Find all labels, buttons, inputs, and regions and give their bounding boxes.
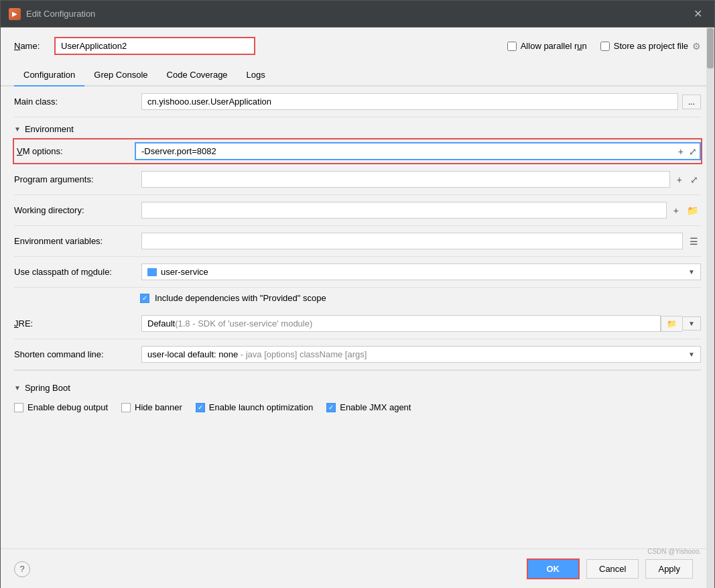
main-class-browse-button[interactable]: ... xyxy=(682,95,701,109)
app-icon: ▶ xyxy=(9,8,21,20)
main-class-row: Main class: ... xyxy=(14,86,701,117)
form-area: Main class: ... ▼ Environment VM options… xyxy=(1,86,714,418)
working-dir-input[interactable] xyxy=(141,202,667,219)
shorten-cmd-row: Shorten command line: user-local default… xyxy=(14,339,701,370)
dialog-title: Edit Configuration xyxy=(26,9,684,19)
jre-browse-button[interactable]: 📁 xyxy=(661,316,682,332)
shorten-cmd-value: user-local default: none - java [options… xyxy=(147,349,367,359)
working-dir-label: Working directory: xyxy=(14,205,135,215)
spring-boot-options: Enable debug output Hide banner ✓ Enable… xyxy=(14,397,701,418)
hide-banner-label: Hide banner xyxy=(135,402,182,412)
vm-options-fullscreen-button[interactable]: ⤢ xyxy=(686,145,700,158)
hide-banner-checkbox[interactable] xyxy=(121,403,131,412)
include-deps-row: ✓ Include dependencies with "Provided" s… xyxy=(14,288,701,308)
working-dir-actions: + 📁 xyxy=(671,204,701,217)
tab-code-coverage[interactable]: Code Coverage xyxy=(157,64,237,86)
program-args-input[interactable] xyxy=(141,171,670,188)
shorten-cmd-hint: - java [options] className [args] xyxy=(241,349,367,359)
env-vars-edit-button[interactable]: ☰ xyxy=(687,235,701,248)
program-args-label: Program arguments: xyxy=(14,174,135,184)
allow-parallel-run-label: Allow parallel run xyxy=(521,41,587,51)
working-dir-row: Working directory: + 📁 xyxy=(14,195,701,226)
enable-launch-label: Enable launch optimization xyxy=(209,402,313,412)
classpath-value: user-service xyxy=(161,267,208,277)
main-content: Name: Allow parallel run Store as projec… xyxy=(1,27,714,588)
environment-collapse-icon[interactable]: ▼ xyxy=(14,125,21,133)
jre-display: Default (1.8 - SDK of 'user-service' mod… xyxy=(141,315,661,332)
env-vars-input-wrapper: ☰ xyxy=(141,233,701,249)
env-vars-label: Environment variables: xyxy=(14,236,135,246)
name-input[interactable] xyxy=(54,37,255,55)
store-as-project-file-checkbox[interactable] xyxy=(600,42,610,51)
shorten-cmd-label: Shorten command line: xyxy=(14,349,135,359)
gear-icon[interactable]: ⚙ xyxy=(692,41,701,52)
jre-row: JRE: Default (1.8 - SDK of 'user-service… xyxy=(14,308,701,339)
jre-input-wrapper: Default (1.8 - SDK of 'user-service' mod… xyxy=(141,315,701,332)
spring-boot-section: ▼ Spring Boot Enable debug output Hide b… xyxy=(14,370,701,418)
environment-section-label: Environment xyxy=(25,124,74,134)
enable-jmx-checkbox[interactable]: ✓ xyxy=(326,403,336,412)
main-class-input[interactable] xyxy=(141,93,678,110)
working-dir-input-wrapper: + 📁 xyxy=(141,202,701,219)
program-args-add-button[interactable]: + xyxy=(674,173,685,186)
spring-boot-section-header: ▼ Spring Boot xyxy=(14,376,701,397)
hide-banner-option: Hide banner xyxy=(121,402,182,412)
main-class-label: Main class: xyxy=(14,97,135,107)
enable-debug-checkbox[interactable] xyxy=(14,403,23,412)
enable-jmx-option: ✓ Enable JMX agent xyxy=(326,402,411,412)
module-color-icon xyxy=(147,268,157,276)
program-args-actions: + ⤢ xyxy=(674,173,701,186)
program-args-row: Program arguments: + ⤢ xyxy=(14,164,701,195)
include-deps-checkbox[interactable]: ✓ xyxy=(140,294,149,303)
vm-options-input-wrapper: + ⤢ xyxy=(135,142,701,160)
footer: ? OK Cancel Apply xyxy=(1,548,706,588)
apply-button[interactable]: Apply xyxy=(645,559,693,579)
jre-hint: (1.8 - SDK of 'user-service' module) xyxy=(175,318,312,329)
vm-options-expand-button[interactable]: + xyxy=(675,145,686,158)
help-button[interactable]: ? xyxy=(14,561,30,577)
name-row: Name: Allow parallel run Store as projec… xyxy=(1,27,714,64)
title-bar: ▶ Edit Configuration ✕ xyxy=(1,1,714,27)
jre-label: JRE: xyxy=(14,318,135,329)
main-class-input-wrapper: ... xyxy=(141,93,701,110)
classpath-row: Use classpath of module: user-service ▼ xyxy=(14,257,701,288)
classpath-select[interactable]: user-service ▼ xyxy=(141,263,701,280)
cancel-button[interactable]: Cancel xyxy=(586,559,639,579)
program-args-input-wrapper: + ⤢ xyxy=(141,171,701,188)
tabs: Configuration Grep Console Code Coverage… xyxy=(1,64,714,86)
tab-configuration[interactable]: Configuration xyxy=(14,64,84,86)
spring-boot-label: Spring Boot xyxy=(25,383,70,393)
ok-button[interactable]: OK xyxy=(527,558,580,579)
enable-launch-checkbox[interactable]: ✓ xyxy=(196,403,205,412)
enable-debug-option: Enable debug output xyxy=(14,402,108,412)
header-options: Allow parallel run Store as project file… xyxy=(507,41,701,52)
scrollbar[interactable] xyxy=(706,27,714,588)
vm-options-row: VM options: + ⤢ xyxy=(13,138,702,164)
close-button[interactable]: ✕ xyxy=(690,6,706,21)
allow-parallel-run-checkbox[interactable] xyxy=(507,42,517,51)
shorten-cmd-dropdown-arrow: ▼ xyxy=(688,351,695,358)
tab-logs[interactable]: Logs xyxy=(237,64,275,86)
module-icon: user-service xyxy=(147,267,208,277)
env-vars-row: Environment variables: ☰ xyxy=(14,226,701,257)
allow-parallel-run-option: Allow parallel run xyxy=(507,41,587,51)
watermark: CSDN @Yishooo. xyxy=(647,548,701,555)
jre-dropdown-button[interactable]: ▼ xyxy=(682,316,701,331)
vm-options-label: VM options: xyxy=(14,146,135,156)
store-as-project-file-option: Store as project file ⚙ xyxy=(600,41,701,52)
program-args-expand-button[interactable]: ⤢ xyxy=(688,173,701,186)
env-vars-input[interactable] xyxy=(141,233,683,249)
tab-grep-console[interactable]: Grep Console xyxy=(84,64,157,86)
working-dir-browse-button[interactable]: 📁 xyxy=(684,204,701,217)
working-dir-add-button[interactable]: + xyxy=(671,204,681,217)
classpath-label: Use classpath of module: xyxy=(14,267,135,277)
enable-jmx-label: Enable JMX agent xyxy=(340,402,411,412)
store-as-project-file-label: Store as project file xyxy=(614,41,688,51)
scrollbar-thumb[interactable] xyxy=(707,28,714,68)
classpath-dropdown-arrow: ▼ xyxy=(688,268,695,276)
spring-boot-collapse-icon[interactable]: ▼ xyxy=(14,384,21,392)
include-deps-label: Include dependencies with "Provided" sco… xyxy=(155,293,326,303)
vm-options-input[interactable] xyxy=(136,143,675,159)
shorten-cmd-select[interactable]: user-local default: none - java [options… xyxy=(141,346,701,363)
enable-launch-option: ✓ Enable launch optimization xyxy=(196,402,313,412)
